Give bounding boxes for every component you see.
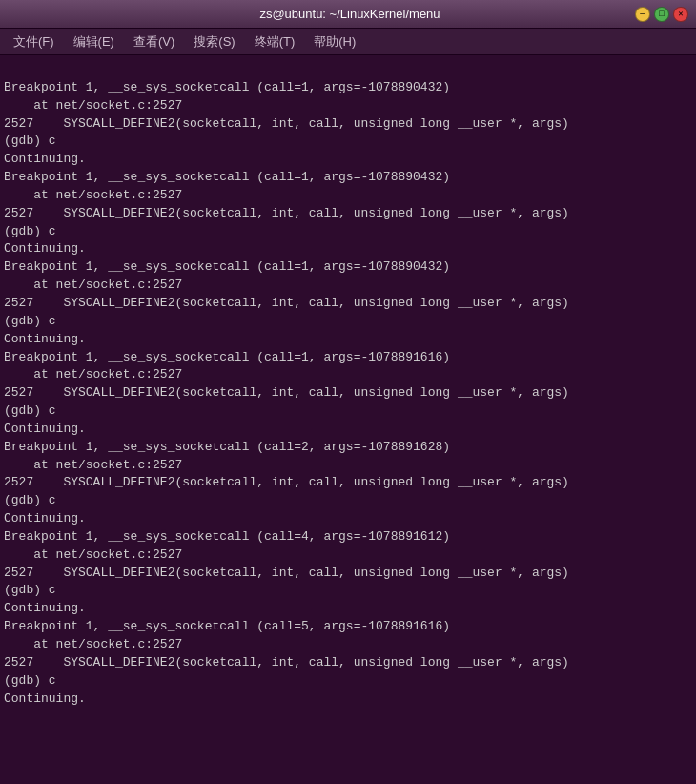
terminal-line: Continuing. xyxy=(4,600,692,618)
maximize-button[interactable]: □ xyxy=(654,7,669,22)
terminal-line: 2527 SYSCALL_DEFINE2(socketcall, int, ca… xyxy=(4,474,692,492)
terminal-line: Breakpoint 1, __se_sys_socketcall (call=… xyxy=(4,169,692,187)
close-button[interactable]: ✕ xyxy=(673,7,688,22)
terminal-line: Continuing. xyxy=(4,510,692,528)
terminal-line: at net/socket.c:2527 xyxy=(4,547,692,565)
terminal-line: Continuing. xyxy=(4,151,692,169)
terminal-line: at net/socket.c:2527 xyxy=(4,636,692,654)
terminal-line: (gdb) c xyxy=(4,402,692,421)
terminal-line: (gdb) c xyxy=(4,133,692,151)
title-bar: zs@ubuntu: ~/LinuxKernel/menu ─ □ ✕ xyxy=(0,0,696,29)
terminal-line: Breakpoint 1, __se_sys_socketcall (call=… xyxy=(4,258,692,277)
terminal-line: at net/socket.c:2527 xyxy=(4,187,692,205)
terminal-line: (gdb) c xyxy=(4,582,692,600)
terminal-line: Breakpoint 1, __se_sys_socketcall (call=… xyxy=(4,79,692,97)
menu-item[interactable]: 终端(T) xyxy=(245,30,305,54)
terminal-line: 2527 SYSCALL_DEFINE2(socketcall, int, ca… xyxy=(4,295,692,313)
terminal-body[interactable]: Breakpoint 1, __se_sys_socketcall (call=… xyxy=(0,55,696,784)
menu-item[interactable]: 帮助(H) xyxy=(304,30,365,54)
terminal-line: (gdb) c xyxy=(4,492,692,510)
terminal-line: 2527 SYSCALL_DEFINE2(socketcall, int, ca… xyxy=(4,565,692,583)
terminal-line: Continuing. xyxy=(4,331,692,349)
menu-item[interactable]: 搜索(S) xyxy=(184,30,244,54)
terminal-line: Breakpoint 1, __se_sys_socketcall (call=… xyxy=(4,439,692,457)
window-title: zs@ubuntu: ~/LinuxKernel/menu xyxy=(65,7,635,21)
menu-item[interactable]: 文件(F) xyxy=(4,30,64,54)
terminal-line: (gdb) c xyxy=(4,313,692,331)
window-controls[interactable]: ─ □ ✕ xyxy=(635,7,688,22)
terminal-line: Continuing. xyxy=(4,691,692,709)
terminal-line: 2527 SYSCALL_DEFINE2(socketcall, int, ca… xyxy=(4,384,692,402)
terminal-line: (gdb) c xyxy=(4,672,692,691)
terminal-line: 2527 SYSCALL_DEFINE2(socketcall, int, ca… xyxy=(4,115,692,134)
terminal-line: Continuing. xyxy=(4,421,692,439)
minimize-button[interactable]: ─ xyxy=(635,7,650,22)
terminal-line: 2527 SYSCALL_DEFINE2(socketcall, int, ca… xyxy=(4,205,692,223)
menu-bar: 文件(F)编辑(E)查看(V)搜索(S)终端(T)帮助(H) xyxy=(0,29,696,55)
terminal-line: at net/socket.c:2527 xyxy=(4,366,692,384)
terminal-line: Continuing. xyxy=(4,240,692,258)
terminal-line: at net/socket.c:2527 xyxy=(4,97,692,115)
terminal-line: (gdb) c xyxy=(4,223,692,241)
terminal-line: Breakpoint 1, __se_sys_socketcall (call=… xyxy=(4,618,692,636)
terminal-line: at net/socket.c:2527 xyxy=(4,277,692,295)
terminal-line: Breakpoint 1, __se_sys_socketcall (call=… xyxy=(4,528,692,547)
terminal-line: at net/socket.c:2527 xyxy=(4,457,692,475)
menu-item[interactable]: 查看(V) xyxy=(124,30,184,54)
menu-item[interactable]: 编辑(E) xyxy=(64,30,124,54)
terminal-line: Breakpoint 1, __se_sys_socketcall (call=… xyxy=(4,349,692,367)
terminal-line: 2527 SYSCALL_DEFINE2(socketcall, int, ca… xyxy=(4,654,692,672)
